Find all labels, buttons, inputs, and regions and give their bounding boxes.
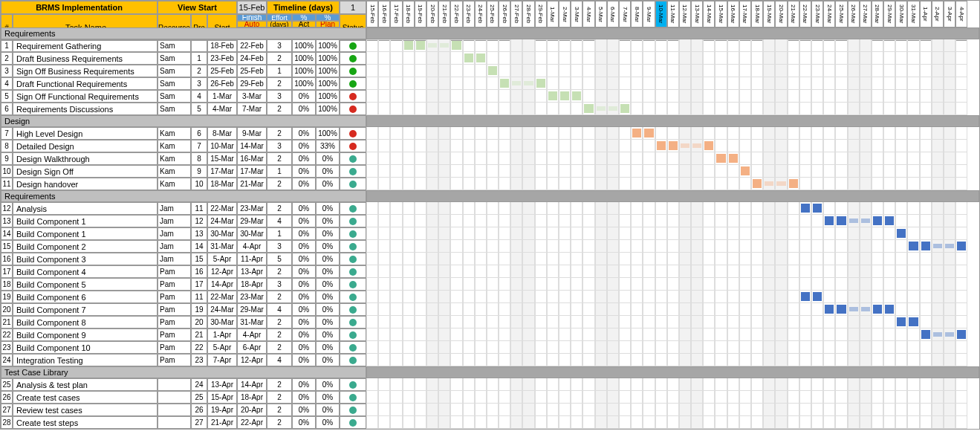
gantt-cell[interactable]	[631, 215, 643, 227]
cell[interactable]: 29-Mar	[237, 215, 267, 227]
gantt-cell[interactable]	[895, 227, 907, 240]
cell[interactable]: Build Component 10	[13, 341, 158, 354]
gantt-cell[interactable]	[631, 378, 643, 391]
gantt-cell[interactable]	[823, 65, 835, 77]
gantt-cell[interactable]	[426, 378, 438, 391]
gantt-cell[interactable]	[390, 215, 402, 227]
cell[interactable]: Draft Functional Requirements	[13, 77, 158, 90]
gantt-cell[interactable]	[475, 127, 487, 140]
gantt-cell[interactable]	[775, 103, 787, 115]
gantt-bar[interactable]	[464, 54, 473, 62]
gantt-cell[interactable]	[691, 278, 703, 291]
cell[interactable]: 0%	[316, 416, 340, 429]
gantt-cell[interactable]	[450, 240, 462, 253]
gantt-cell[interactable]	[667, 278, 679, 291]
cell[interactable]: 2	[267, 416, 292, 429]
gantt-cell[interactable]	[872, 378, 883, 391]
gantt-cell[interactable]	[811, 303, 823, 316]
gantt-cell[interactable]	[463, 215, 475, 227]
gantt-cell[interactable]	[848, 215, 860, 227]
task-row[interactable]: 2Draft Business RequirementsSam123-Feb24…	[1, 52, 979, 65]
gantt-cell[interactable]	[607, 416, 619, 429]
gantt-cell[interactable]	[691, 416, 703, 429]
date-col[interactable]: 30-Mar	[895, 1, 907, 27]
gantt-cell[interactable]	[727, 202, 739, 215]
gantt-cell[interactable]	[667, 227, 679, 240]
gantt-cell[interactable]	[510, 240, 522, 253]
gantt-cell[interactable]	[955, 341, 967, 354]
gantt-cell[interactable]	[739, 303, 751, 316]
cell[interactable]: 7	[1, 127, 13, 140]
col-effort-top[interactable]: Effort	[267, 14, 292, 21]
date-col[interactable]: 20-Mar	[775, 1, 787, 27]
gantt-cell[interactable]	[860, 65, 872, 77]
cell[interactable]: 25	[191, 391, 207, 404]
gantt-cell[interactable]	[378, 291, 390, 303]
gantt-cell[interactable]	[751, 152, 763, 165]
gantt-cell[interactable]	[607, 354, 619, 366]
gantt-cell[interactable]	[655, 165, 667, 178]
gantt-cell[interactable]	[835, 152, 847, 165]
cell[interactable]: 9	[1, 152, 13, 165]
gantt-cell[interactable]	[848, 378, 860, 391]
gantt-cell[interactable]	[955, 152, 967, 165]
gantt-cell[interactable]	[438, 378, 450, 391]
gantt-cell[interactable]	[547, 404, 559, 416]
section-header[interactable]: Requirements	[1, 27, 366, 39]
gantt-cell[interactable]	[739, 227, 751, 240]
gantt-cell[interactable]	[426, 90, 438, 103]
gantt-cell[interactable]	[811, 165, 823, 178]
gantt-cell[interactable]	[426, 65, 438, 77]
gantt-cell[interactable]	[426, 178, 438, 190]
gantt-cell[interactable]	[595, 316, 607, 328]
gantt-cell[interactable]	[619, 265, 631, 278]
gantt-cell[interactable]	[703, 391, 715, 404]
cell[interactable]: 18-Apr	[237, 278, 267, 291]
gantt-cell[interactable]	[643, 39, 655, 52]
gantt-cell[interactable]	[727, 65, 739, 77]
gantt-cell[interactable]	[848, 65, 860, 77]
cell[interactable]: 1-Mar	[207, 90, 237, 103]
gantt-cell[interactable]	[366, 39, 378, 52]
gantt-cell[interactable]	[799, 328, 811, 341]
cell[interactable]: 2	[267, 391, 292, 404]
gantt-cell[interactable]	[559, 178, 571, 190]
gantt-cell[interactable]	[788, 354, 799, 366]
gantt-cell[interactable]	[715, 404, 727, 416]
cell[interactable]: 100%	[316, 39, 340, 52]
gantt-cell[interactable]	[751, 341, 763, 354]
gantt-cell[interactable]	[583, 291, 594, 303]
cell[interactable]: 2	[267, 341, 292, 354]
cell[interactable]: 1	[1, 39, 13, 52]
gantt-cell[interactable]	[366, 240, 378, 253]
task-row[interactable]: 12AnalysisJam1122-Mar23-Mar20%0%	[1, 202, 979, 215]
gantt-cell[interactable]	[499, 303, 510, 316]
gantt-cell[interactable]	[378, 416, 390, 429]
gantt-cell[interactable]	[811, 253, 823, 265]
gantt-cell[interactable]	[895, 416, 907, 429]
gantt-cell[interactable]	[848, 90, 860, 103]
gantt-cell[interactable]	[559, 39, 571, 52]
gantt-cell[interactable]	[667, 52, 679, 65]
gantt-cell[interactable]	[872, 278, 883, 291]
gantt-cell[interactable]	[691, 316, 703, 328]
cell[interactable]: 28	[1, 416, 13, 429]
date-col[interactable]: 26-Mar	[848, 1, 860, 27]
gantt-cell[interactable]	[944, 240, 955, 253]
gantt-cell[interactable]	[607, 52, 619, 65]
cell[interactable]: Pam	[158, 354, 191, 366]
gantt-cell[interactable]	[522, 303, 534, 316]
gantt-cell[interactable]	[426, 265, 438, 278]
gantt-cell[interactable]	[667, 416, 679, 429]
gantt-cell[interactable]	[799, 227, 811, 240]
gantt-cell[interactable]	[763, 127, 775, 140]
cell[interactable]: Create test cases	[13, 391, 158, 404]
gantt-cell[interactable]	[571, 354, 583, 366]
gantt-cell[interactable]	[571, 265, 583, 278]
gantt-cell[interactable]	[390, 291, 402, 303]
gantt-cell[interactable]	[499, 416, 510, 429]
gantt-cell[interactable]	[799, 378, 811, 391]
gantt-cell[interactable]	[944, 341, 955, 354]
gantt-cell[interactable]	[487, 52, 499, 65]
gantt-cell[interactable]	[703, 165, 715, 178]
